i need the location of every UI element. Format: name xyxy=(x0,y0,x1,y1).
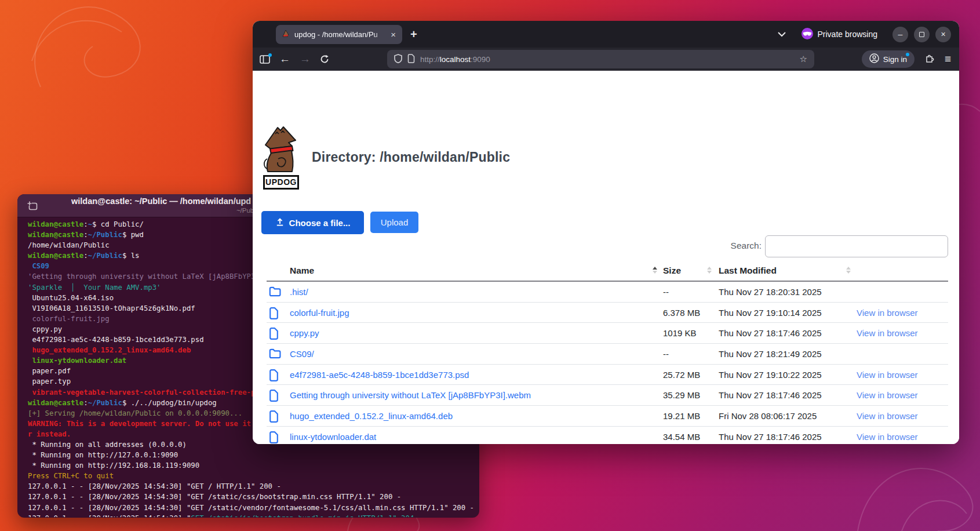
reload-button-icon[interactable] xyxy=(320,54,329,64)
tab-title: updog - /home/wildan/Pu xyxy=(294,30,389,39)
view-in-browser-link[interactable]: View in browser xyxy=(857,303,918,323)
file-link[interactable]: cppy.py xyxy=(290,323,319,344)
file-size: 25.72 MB xyxy=(663,365,700,385)
file-icon xyxy=(269,328,279,340)
table-row: Getting through university without LaTeX… xyxy=(267,385,948,406)
column-header-name[interactable]: Name xyxy=(290,266,314,276)
shield-icon[interactable] xyxy=(394,54,402,65)
updog-logo-caption: UPDOG xyxy=(263,175,299,190)
maximize-icon xyxy=(919,32,924,37)
sort-asc-icon xyxy=(707,267,712,270)
account-icon xyxy=(869,53,879,65)
search-label: Search: xyxy=(693,241,762,251)
view-in-browser-link[interactable]: View in browser xyxy=(857,365,918,385)
file-link[interactable]: e4f72981-ae5c-4248-b859-1bce1dd3e773.psd xyxy=(290,365,469,385)
browser-tab-updog[interactable]: updog - /home/wildan/Pu × xyxy=(276,25,402,44)
view-in-browser-link[interactable]: View in browser xyxy=(857,406,918,427)
window-controls: – × xyxy=(892,27,951,42)
search-input[interactable] xyxy=(765,235,948,257)
file-table: .hist/ -- Thu Nov 27 18:20:31 2025 color… xyxy=(267,282,948,444)
file-modified: Thu Nov 27 19:10:14 2025 xyxy=(719,303,822,323)
menu-hamburger-icon[interactable]: ≡ xyxy=(945,53,951,66)
sort-icon-modified[interactable] xyxy=(846,267,851,274)
page-title: Directory: /home/wildan/Public xyxy=(312,150,510,165)
file-link[interactable]: Getting through university without LaTeX… xyxy=(290,385,531,406)
url-text[interactable]: http://localhost:9090 xyxy=(420,55,490,64)
extensions-puzzle-icon[interactable] xyxy=(925,53,935,66)
sign-in-button[interactable]: Sign in xyxy=(862,50,915,68)
file-link[interactable]: hugo_extended_0.152.2_linux-amd64.deb xyxy=(290,406,453,427)
sort-desc-icon xyxy=(707,271,712,274)
sort-icon-size[interactable] xyxy=(707,267,712,274)
file-link[interactable]: .hist/ xyxy=(290,282,308,303)
firefox-window: updog - /home/wildan/Pu × + Private brow… xyxy=(253,21,959,444)
file-type-icon xyxy=(269,307,279,322)
url-bar[interactable]: http://localhost:9090 ☆ xyxy=(387,50,814,68)
file-icon xyxy=(269,369,279,381)
column-header-size[interactable]: Size xyxy=(663,266,681,276)
sort-desc-icon xyxy=(653,271,657,274)
file-size: 6.378 MB xyxy=(663,303,700,323)
table-row: hugo_extended_0.152.2_linux-amd64.deb 19… xyxy=(267,406,948,427)
updog-page: UPDOG Directory: /home/wildan/Public Cho… xyxy=(253,71,959,444)
file-link[interactable]: CS09/ xyxy=(290,344,314,365)
table-row: e4f72981-ae5c-4248-b859-1bce1dd3e773.psd… xyxy=(267,365,948,385)
list-tabs-chevron-icon[interactable] xyxy=(777,29,786,39)
file-icon xyxy=(269,431,279,443)
file-modified: Thu Nov 27 18:20:31 2025 xyxy=(719,282,822,303)
url-host: localhost xyxy=(440,55,471,64)
view-in-browser-link[interactable]: View in browser xyxy=(857,323,918,344)
file-link[interactable]: linux-ytdownloader.dat xyxy=(290,427,376,444)
file-type-icon xyxy=(269,348,281,361)
notification-dot xyxy=(906,53,909,56)
table-row: CS09/ -- Thu Nov 27 18:21:49 2025 xyxy=(267,344,948,365)
column-header-modified[interactable]: Last Modified xyxy=(719,266,777,276)
tab-close-icon[interactable]: × xyxy=(389,30,397,39)
file-link[interactable]: colorful-fruit.jpg xyxy=(290,303,349,323)
updog-logo: UPDOG xyxy=(262,125,300,190)
new-tab-button[interactable]: + xyxy=(410,28,417,41)
page-info-icon[interactable] xyxy=(407,54,415,65)
minimize-button[interactable]: – xyxy=(892,27,908,42)
view-in-browser-link[interactable]: View in browser xyxy=(857,427,918,444)
file-modified: Thu Nov 27 19:10:22 2025 xyxy=(719,365,822,385)
file-size: -- xyxy=(663,282,669,303)
upload-button[interactable]: Upload xyxy=(370,212,418,233)
file-icon xyxy=(269,410,279,423)
private-browsing-mask-icon xyxy=(802,28,813,41)
file-size: -- xyxy=(663,344,669,365)
forward-button-icon[interactable]: → xyxy=(300,53,311,66)
file-modified: Thu Nov 27 18:17:46 2025 xyxy=(719,427,822,444)
file-icon xyxy=(269,307,279,319)
sort-desc-icon xyxy=(846,271,851,274)
file-modified: Thu Nov 27 18:17:46 2025 xyxy=(719,323,822,344)
updog-favicon-icon xyxy=(281,29,290,40)
private-browsing-label: Private browsing xyxy=(818,30,878,39)
close-button[interactable]: × xyxy=(935,27,951,42)
bookmark-star-icon[interactable]: ☆ xyxy=(800,54,807,64)
sort-icon-name[interactable] xyxy=(653,267,657,274)
back-button-icon[interactable]: ← xyxy=(279,53,290,66)
terminal-title: wildan@castle: ~/Public — /home/wildan/u… xyxy=(71,197,251,206)
desktop-wallpaper: wildan@castle: ~/Public — /home/wildan/u… xyxy=(0,0,980,531)
sort-asc-icon xyxy=(846,267,851,270)
choose-file-button[interactable]: Choose a file... xyxy=(261,211,364,234)
maximize-button[interactable] xyxy=(914,27,930,42)
file-type-icon xyxy=(269,286,281,299)
private-browsing-badge: Private browsing xyxy=(802,28,878,41)
file-type-icon xyxy=(269,410,279,425)
browser-tab-bar: updog - /home/wildan/Pu × + Private brow… xyxy=(253,21,959,48)
file-modified: Thu Nov 27 18:17:46 2025 xyxy=(719,385,822,406)
url-scheme: http:// xyxy=(420,55,440,64)
table-row: linux-ytdownloader.dat 34.54 MB Thu Nov … xyxy=(267,427,948,444)
table-row: cppy.py 1019 KB Thu Nov 27 18:17:46 2025… xyxy=(267,323,948,344)
file-icon xyxy=(269,390,279,402)
file-modified: Thu Nov 27 18:21:49 2025 xyxy=(719,344,822,365)
view-in-browser-link[interactable]: View in browser xyxy=(857,385,918,406)
file-type-icon xyxy=(269,328,279,342)
table-row: colorful-fruit.jpg 6.378 MB Thu Nov 27 1… xyxy=(267,303,948,323)
sidebar-toggle-icon[interactable] xyxy=(260,55,270,64)
folder-icon xyxy=(269,348,281,359)
file-type-icon xyxy=(269,390,279,404)
table-row: .hist/ -- Thu Nov 27 18:20:31 2025 xyxy=(267,282,948,303)
